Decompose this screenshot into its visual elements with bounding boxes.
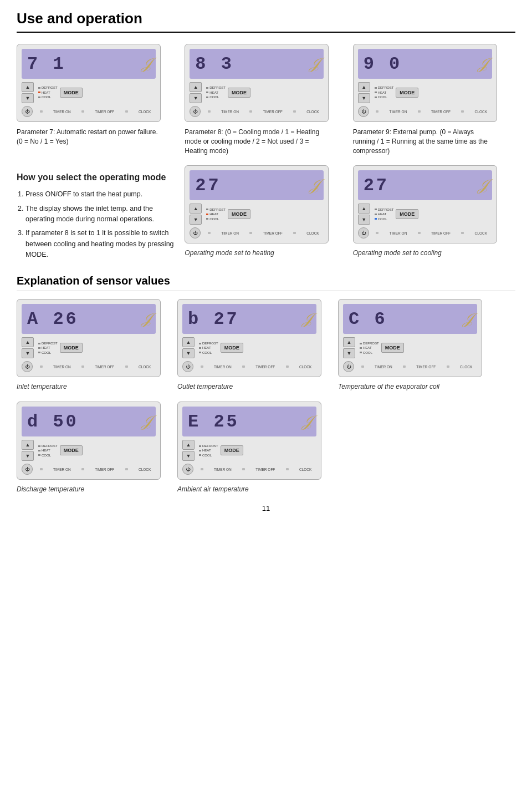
sA-up-btn[interactable]: ▲ bbox=[22, 337, 34, 347]
sE-power-btn[interactable]: ⏻ bbox=[182, 464, 193, 475]
p9-timer-off: TIMER OFF bbox=[431, 110, 451, 114]
param7-cool: COOL bbox=[38, 95, 58, 99]
param7-caption: Parameter 7: Automatic restart on power … bbox=[17, 128, 161, 146]
sensor-A-logo: 𝒥 bbox=[142, 310, 150, 328]
sd-power-btn[interactable]: ⏻ bbox=[22, 464, 33, 475]
sensor-d-cell: d 50 𝒥 ▲ ▼ DEFROST HEAT COOL MODE bbox=[17, 402, 172, 493]
param8-timer-labels: TIMER ON TIMER OFF CLOCK bbox=[203, 110, 324, 114]
op-heat-power-btn[interactable]: ⏻ bbox=[190, 227, 201, 238]
op-heat-mode-btn[interactable]: MODE bbox=[228, 209, 250, 219]
param9-heat: HEAT bbox=[375, 90, 394, 95]
param7-cell: 7 1 𝒥 ▲ ▼ DEFROST HEAT bbox=[17, 44, 179, 146]
clock-label: CLOCK bbox=[139, 110, 151, 114]
param7-value: 7 1 bbox=[27, 54, 66, 74]
how-to-heading: How you select the operating mode bbox=[17, 171, 179, 185]
how-to-text-block: How you select the operating mode Press … bbox=[17, 165, 179, 263]
p9-clock: CLOCK bbox=[475, 110, 487, 114]
sensor-b-display: b 27 𝒥 bbox=[182, 304, 316, 334]
sd-mode-btn[interactable]: MODE bbox=[60, 445, 83, 455]
param7-power-btn[interactable]: ⏻ bbox=[22, 106, 33, 117]
sb-up-btn[interactable]: ▲ bbox=[182, 337, 195, 347]
param9-display: 9 0 𝒥 bbox=[358, 49, 492, 79]
param9-power-btn[interactable]: ⏻ bbox=[358, 106, 369, 117]
param9-timer-labels: TIMER ON TIMER OFF CLOCK bbox=[371, 110, 492, 114]
param7-up-btn[interactable]: ▲ bbox=[22, 82, 34, 92]
op-heat-down-btn[interactable]: ▼ bbox=[190, 215, 202, 225]
sd-down-btn[interactable]: ▼ bbox=[22, 451, 34, 461]
param9-buttons: ▲ ▼ DEFROST HEAT COOL bbox=[358, 82, 492, 103]
sd-up-btn[interactable]: ▲ bbox=[22, 440, 34, 450]
sC-up-btn[interactable]: ▲ bbox=[343, 337, 355, 347]
how-to-section: How you select the operating mode Press … bbox=[17, 165, 515, 263]
sb-mode-btn[interactable]: MODE bbox=[221, 343, 243, 353]
param7-controller: 7 1 𝒥 ▲ ▼ DEFROST HEAT bbox=[17, 44, 161, 122]
page-number: 11 bbox=[17, 504, 515, 512]
sensor-E-cell: E 25 𝒥 ▲ ▼ DEFROST HEAT COOL MODE bbox=[177, 402, 332, 493]
operating-heating-value: 27 bbox=[195, 175, 221, 196]
sE-down-btn[interactable]: ▼ bbox=[182, 451, 195, 461]
param7-mode-btn[interactable]: MODE bbox=[60, 88, 83, 98]
sC-down-btn[interactable]: ▼ bbox=[343, 348, 355, 358]
clock-dot bbox=[125, 110, 128, 113]
param7-display: 7 1 𝒥 bbox=[22, 49, 156, 79]
operating-heating-controller: 27 𝒥 ▲ ▼ DEFROST bbox=[185, 165, 329, 243]
p8-timer-off: TIMER OFF bbox=[263, 110, 283, 114]
p8-clock: CLOCK bbox=[306, 110, 319, 114]
param7-down-btn[interactable]: ▼ bbox=[22, 93, 34, 103]
timer-on-dot bbox=[40, 110, 43, 113]
step-1: Press ON/OFF to start the heat pump. bbox=[25, 189, 179, 200]
param8-caption: Parameter 8: (0 = Cooling mode / 1 = Hea… bbox=[185, 128, 329, 155]
param9-cool: COOL bbox=[375, 95, 394, 99]
op-heat-up-btn[interactable]: ▲ bbox=[190, 204, 202, 214]
op-cool-power-btn[interactable]: ⏻ bbox=[358, 227, 369, 238]
page-title: Use and operation bbox=[17, 10, 515, 27]
param7-timer-labels: TIMER ON TIMER OFF CLOCK bbox=[35, 110, 156, 114]
op-cool-down-btn[interactable]: ▼ bbox=[358, 215, 370, 225]
sensor-A-caption: Inlet temperature bbox=[17, 383, 67, 390]
param8-value: 8 3 bbox=[195, 54, 234, 74]
param9-cell: 9 0 𝒥 ▲ ▼ DEFROST HEAT bbox=[353, 44, 515, 155]
param8-logo: 𝒥 bbox=[310, 55, 318, 73]
sensor-C-controller: C 6 𝒥 ▲ ▼ DEFROST HEAT COOL MODE bbox=[338, 299, 482, 377]
sC-power-btn[interactable]: ⏻ bbox=[343, 361, 354, 372]
sensor-A-value: A 26 bbox=[27, 309, 79, 329]
sensor-d-caption: Discharge temperature bbox=[17, 485, 84, 493]
param9-down-btn[interactable]: ▼ bbox=[358, 93, 370, 103]
sE-mode-btn[interactable]: MODE bbox=[221, 445, 243, 455]
param8-mode-section: DEFROST HEAT COOL bbox=[206, 85, 226, 99]
sb-power-btn[interactable]: ⏻ bbox=[182, 361, 193, 372]
sE-up-btn[interactable]: ▲ bbox=[182, 440, 195, 450]
op-cool-up-btn[interactable]: ▲ bbox=[358, 204, 370, 214]
operating-cooling-col: 27 𝒥 ▲ ▼ DEFROST bbox=[353, 165, 515, 257]
sA-mode-btn[interactable]: MODE bbox=[60, 343, 83, 353]
sensor-E-display: E 25 𝒥 bbox=[182, 407, 316, 436]
sensor-top-row: A 26 𝒥 ▲ ▼ DEFROST HEAT COOL MODE bbox=[17, 299, 515, 390]
param8-up-btn[interactable]: ▲ bbox=[190, 82, 202, 92]
operating-cooling-display: 27 𝒥 bbox=[358, 170, 492, 200]
sensor-E-logo: 𝒥 bbox=[303, 413, 311, 431]
param9-logo: 𝒥 bbox=[478, 55, 487, 73]
sensor-A-display: A 26 𝒥 bbox=[22, 304, 156, 334]
param8-power-btn[interactable]: ⏻ bbox=[190, 106, 201, 117]
sC-mode-btn[interactable]: MODE bbox=[381, 343, 404, 353]
operating-heating-logo: 𝒥 bbox=[310, 176, 318, 195]
sensor-b-caption: Outlet temperature bbox=[177, 383, 233, 390]
sensor-C-value: C 6 bbox=[349, 309, 387, 329]
sA-power-btn[interactable]: ⏻ bbox=[22, 361, 33, 372]
param8-down-btn[interactable]: ▼ bbox=[190, 93, 202, 103]
sA-down-btn[interactable]: ▼ bbox=[22, 348, 34, 358]
timer-on-label: TIMER ON bbox=[53, 110, 71, 114]
op-cool-mode-btn[interactable]: MODE bbox=[396, 209, 418, 219]
operating-heating-caption: Operating mode set to heating bbox=[185, 249, 274, 257]
sb-down-btn[interactable]: ▼ bbox=[182, 348, 195, 358]
param7-mode-section: DEFROST HEAT COOL bbox=[38, 85, 58, 99]
param7-defrost: DEFROST bbox=[38, 85, 58, 90]
param9-up-btn[interactable]: ▲ bbox=[358, 82, 370, 92]
operating-cooling-controller: 27 𝒥 ▲ ▼ DEFROST bbox=[353, 165, 497, 243]
param9-mode-btn[interactable]: MODE bbox=[396, 88, 418, 98]
param7-buttons: ▲ ▼ DEFROST HEAT COOL bbox=[22, 82, 156, 103]
param9-bottom: ⏻ TIMER ON TIMER OFF CLOCK bbox=[358, 106, 492, 117]
param8-mode-btn[interactable]: MODE bbox=[228, 88, 250, 98]
explanation-section: Explanation of sensor values A 26 𝒥 ▲ ▼ … bbox=[17, 275, 515, 493]
operating-cooling-value: 27 bbox=[364, 175, 389, 196]
